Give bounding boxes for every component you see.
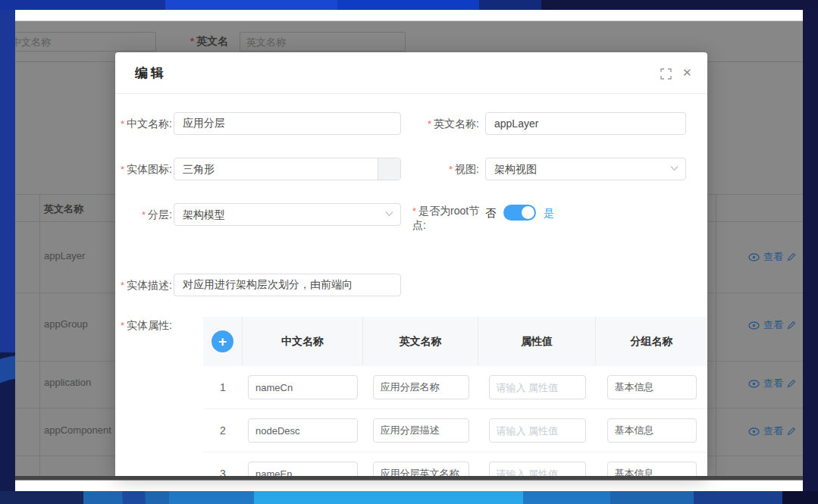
- attr-en-input[interactable]: [373, 375, 469, 399]
- attribute-row: 3: [203, 452, 707, 476]
- en-name-input[interactable]: [485, 112, 686, 135]
- layer-select[interactable]: 架构模型: [174, 203, 401, 226]
- entity-desc-input[interactable]: [174, 274, 401, 296]
- col-header-cn-name: 中文名称: [243, 317, 363, 366]
- attr-en-input[interactable]: [373, 462, 469, 476]
- col-header-group-name: 分组名称: [596, 317, 707, 366]
- row-index: 2: [203, 424, 243, 437]
- field-label-view: *视图:: [403, 163, 479, 177]
- mosaic-top-1: [0, 0, 165, 10]
- attr-group-input[interactable]: [607, 418, 697, 443]
- mosaic-left-upper: [0, 10, 15, 352]
- add-attribute-button[interactable]: +: [212, 330, 233, 352]
- mosaic-bottom-3: [169, 491, 254, 504]
- field-label-layer: *分层:: [115, 208, 172, 222]
- screenshot-stage: *英文名 英文名称 appLayer appGroup application …: [0, 0, 818, 504]
- field-label-is-root: *是否为root节点:: [412, 204, 482, 233]
- field-label-en-name: *英文名称:: [403, 117, 479, 131]
- attr-group-input[interactable]: [607, 462, 697, 476]
- attr-value-input[interactable]: [489, 375, 586, 399]
- attribute-row: 2: [203, 409, 707, 452]
- fullscreen-icon[interactable]: [660, 68, 672, 83]
- row-index: 1: [203, 381, 243, 393]
- chevron-down-icon: [385, 211, 393, 217]
- field-label-entity-attrs: *实体属性:: [115, 319, 172, 333]
- is-root-yes-label: 是: [544, 207, 554, 221]
- attribute-table-header: + 中文名称 英文名称 属性值 分组名称: [203, 317, 707, 366]
- cn-name-input[interactable]: [174, 112, 401, 135]
- row-index: 3: [203, 468, 243, 476]
- attr-cn-input[interactable]: [248, 462, 358, 476]
- modal-header-divider: [115, 93, 707, 94]
- mosaic-top-2: [165, 0, 337, 10]
- attr-value-input[interactable]: [489, 462, 586, 476]
- col-header-en-name: 英文名称: [363, 317, 478, 366]
- is-root-toggle[interactable]: [503, 205, 536, 221]
- mosaic-right: [803, 10, 818, 504]
- mosaic-bottom-8: [782, 491, 818, 504]
- field-label-entity-desc: *实体描述:: [115, 279, 172, 293]
- mosaic-top-5: [541, 0, 818, 10]
- field-label-entity-icon: *实体图标:: [115, 163, 172, 177]
- is-root-no-label: 否: [485, 207, 496, 221]
- view-select[interactable]: 架构视图: [485, 158, 686, 180]
- mosaic-top-3: [337, 0, 479, 10]
- mosaic-bottom-4: [254, 491, 523, 504]
- mosaic-bottom-6: [610, 491, 694, 504]
- mosaic-bottom-5: [523, 491, 610, 504]
- attribute-row: 1: [203, 366, 707, 409]
- attr-value-input[interactable]: [489, 418, 586, 443]
- col-header-attr-value: 属性值: [478, 317, 596, 366]
- close-icon[interactable]: ✕: [682, 66, 692, 80]
- edit-modal: 编辑 ✕ *中文名称: *英文名称: *实体图标: 三角形: [115, 52, 707, 476]
- attr-en-input[interactable]: [373, 418, 469, 443]
- entity-icon-input[interactable]: 三角形: [174, 158, 401, 180]
- mosaic-top-4: [479, 0, 541, 10]
- chevron-down-icon: [670, 165, 679, 171]
- toggle-knob: [522, 206, 534, 219]
- modal-title: 编辑: [135, 64, 167, 82]
- mosaic-bottom-7: [694, 491, 782, 504]
- attr-cn-input[interactable]: [248, 418, 358, 443]
- attr-group-input[interactable]: [607, 375, 697, 399]
- app-screenshot-card: *英文名 英文名称 appLayer appGroup application …: [15, 10, 803, 491]
- attr-cn-input[interactable]: [248, 375, 358, 399]
- field-label-cn-name: *中文名称:: [115, 117, 172, 131]
- icon-picker-addon[interactable]: [378, 158, 400, 180]
- window-bottom-edge: [15, 476, 803, 480]
- attribute-table: + 中文名称 英文名称 属性值 分组名称 1 2: [203, 317, 707, 476]
